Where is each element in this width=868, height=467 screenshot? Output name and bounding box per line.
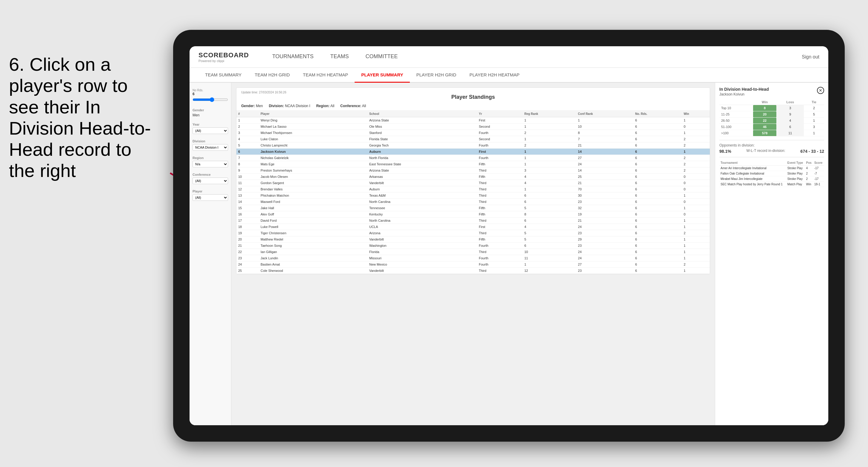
cell-no-rds: 6 xyxy=(633,243,682,249)
cell-player: Maxwell Ford xyxy=(259,199,367,205)
h2h-close-button[interactable]: ✕ xyxy=(817,87,824,94)
sub-tab-team-h2h-heatmap[interactable]: TEAM H2H HEATMAP xyxy=(297,68,354,83)
division-select[interactable]: NCAA Division I xyxy=(192,144,228,151)
h2h-loss: 4 xyxy=(776,118,804,124)
sign-out-button[interactable]: Sign out xyxy=(802,54,819,60)
year-select[interactable]: (All) xyxy=(192,127,228,134)
table-row[interactable]: 24 Bastien Amat New Mexico Fourth 1 27 6… xyxy=(237,261,710,268)
cell-yr: Third xyxy=(477,186,522,192)
table-row[interactable]: 8 Mats Ege East Tennessee State Fifth 1 … xyxy=(237,161,710,167)
tour-pos: Win xyxy=(805,182,813,187)
cell-player: Phichaksn Maichon xyxy=(259,192,367,199)
player-label: Player xyxy=(192,189,228,193)
table-row[interactable]: 1 Wenyi Ding Arizona State First 1 1 6 1 xyxy=(237,117,710,124)
table-row[interactable]: 17 David Ford North Carolina Third 6 21 … xyxy=(237,218,710,224)
sub-tab-team-h2h-grid[interactable]: TEAM H2H GRID xyxy=(248,68,297,83)
cell-no-rds: 6 xyxy=(633,211,682,218)
h2h-title: In Division Head-to-Head xyxy=(719,87,769,92)
cell-no-rds: 6 xyxy=(633,249,682,255)
cell-conf-rank: 21 xyxy=(576,180,633,186)
nav-bar: SCOREBOARD Powered by clippi TOURNAMENTS… xyxy=(190,46,828,68)
cell-player: Michael Thorbjornsen xyxy=(259,130,367,136)
cell-num: 7 xyxy=(237,155,259,161)
nav-tab-tournaments[interactable]: TOURNAMENTS xyxy=(264,46,322,68)
table-row[interactable]: 23 Jack Lundin Missouri Fourth 11 24 6 1 xyxy=(237,255,710,261)
table-row[interactable]: 5 Christo Lamprecht Georgia Tech Fourth … xyxy=(237,142,710,149)
cell-num: 13 xyxy=(237,192,259,199)
table-row[interactable]: 11 Gordon Sargent Vanderbilt Third 4 21 … xyxy=(237,180,710,186)
table-row[interactable]: 22 Ian Gilligan Florida Third 10 24 6 1 xyxy=(237,249,710,255)
nav-tab-teams[interactable]: TEAMS xyxy=(322,46,357,68)
cell-num: 10 xyxy=(237,174,259,180)
col-yr: Yr xyxy=(477,111,522,117)
no-rds-slider[interactable] xyxy=(192,97,228,102)
table-row[interactable]: 18 Luke Powell UCLA First 4 24 6 1 xyxy=(237,224,710,230)
table-row[interactable]: 10 Jacob Mon Olesen Arkansas Fifth 4 25 … xyxy=(237,174,710,180)
table-row[interactable]: 12 Brendan Valles Auburn Third 1 70 6 0 xyxy=(237,186,710,192)
h2h-record: 674 - 33 - 12 xyxy=(801,149,824,154)
cell-yr: Third xyxy=(477,167,522,174)
player-select[interactable]: (All) xyxy=(192,194,228,201)
h2h-range: >100 xyxy=(719,130,753,136)
cell-school: Vanderbilt xyxy=(367,180,477,186)
cell-conf-rank: 14 xyxy=(576,149,633,155)
cell-no-rds: 6 xyxy=(633,186,682,192)
cell-conf-rank: 30 xyxy=(576,192,633,199)
table-row[interactable]: 7 Nicholas Gabrielzik North Florida Four… xyxy=(237,155,710,161)
table-row[interactable]: 2 Michael La Sasso Ole Miss Second 1 10 … xyxy=(237,124,710,130)
cell-conf-rank: 23 xyxy=(576,230,633,236)
sidebar-gender: Gender Men xyxy=(192,108,228,117)
sidebar-division: Division NCAA Division I xyxy=(192,139,228,151)
cell-conf-rank: 27 xyxy=(576,155,633,161)
tour-col-tournament: Tournament xyxy=(719,160,786,166)
nav-tab-committee[interactable]: COMMITTEE xyxy=(357,46,406,68)
table-row[interactable]: 15 Jake Hall Tennessee Fifth 5 32 6 1 xyxy=(237,205,710,211)
cell-reg-rank: 5 xyxy=(523,205,577,211)
cell-yr: Fifth xyxy=(477,205,522,211)
sub-tab-player-summary[interactable]: PLAYER SUMMARY xyxy=(354,68,410,83)
table-row[interactable]: 19 Tiger Christensen Arizona Third 5 23 … xyxy=(237,230,710,236)
cell-no-rds: 6 xyxy=(633,142,682,149)
cell-reg-rank: 4 xyxy=(523,224,577,230)
cell-win: 1 xyxy=(682,236,710,243)
table-row[interactable]: 20 Matthew Riedel Vanderbilt Fifth 5 29 … xyxy=(237,236,710,243)
table-row[interactable]: 9 Preston Summerhays Arizona State Third… xyxy=(237,167,710,174)
table-row[interactable]: 3 Michael Thorbjornsen Stanford Fourth 2… xyxy=(237,130,710,136)
cell-yr: Third xyxy=(477,180,522,186)
sub-tab-player-h2h-heatmap[interactable]: PLAYER H2H HEATMAP xyxy=(463,68,526,83)
standings-container: Update time: 27/03/2024 16:56:26 Player … xyxy=(236,87,710,274)
cell-win: 2 xyxy=(682,142,710,149)
sub-nav: TEAM SUMMARY TEAM H2H GRID TEAM H2H HEAT… xyxy=(190,68,828,83)
table-row[interactable]: 16 Alex Goff Kentucky Fifth 8 19 6 0 xyxy=(237,211,710,218)
cell-conf-rank: 23 xyxy=(576,243,633,249)
cell-num: 3 xyxy=(237,130,259,136)
tour-pos: 2 xyxy=(805,171,813,176)
cell-win: 1 xyxy=(682,268,710,274)
h2h-win: 46 xyxy=(753,124,776,130)
table-row[interactable]: 14 Maxwell Ford North Carolina Third 6 2… xyxy=(237,199,710,205)
table-row[interactable]: 6 Jackson Koivun Auburn First 1 14 6 1 xyxy=(237,149,710,155)
sub-tab-player-h2h-grid[interactable]: PLAYER H2H GRID xyxy=(410,68,463,83)
sub-tab-team-summary[interactable]: TEAM SUMMARY xyxy=(198,68,248,83)
table-row[interactable]: 13 Phichaksn Maichon Texas A&M Third 6 3… xyxy=(237,192,710,199)
conference-select[interactable]: (All) xyxy=(192,178,228,184)
tour-score: 18-1 xyxy=(813,182,824,187)
main-content: No Rds. 6 Gender Men Year (All) Division xyxy=(190,83,828,425)
table-row[interactable]: 21 Taehoon Song Washington Fourth 6 23 6… xyxy=(237,243,710,249)
h2h-range: Top 10 xyxy=(719,105,753,111)
table-row[interactable]: 4 Luke Claton Florida State Second 1 7 6… xyxy=(237,136,710,142)
tour-name: Fallon Oak Collegiate Invitational xyxy=(719,171,786,176)
cell-yr: Fifth xyxy=(477,211,522,218)
region-select[interactable]: N/a xyxy=(192,161,228,167)
table-row[interactable]: 25 Cole Sherwood Vanderbilt Third 12 23 … xyxy=(237,268,710,274)
gender-value: Men xyxy=(192,113,228,117)
cell-yr: First xyxy=(477,224,522,230)
logo-subtitle: Powered by clippi xyxy=(198,59,249,63)
cell-reg-rank: 1 xyxy=(523,124,577,130)
cell-yr: Second xyxy=(477,124,522,130)
cell-yr: Fourth xyxy=(477,142,522,149)
cell-win: 1 xyxy=(682,130,710,136)
cell-reg-rank: 1 xyxy=(523,186,577,192)
cell-player: Jack Lundin xyxy=(259,255,367,261)
cell-reg-rank: 6 xyxy=(523,218,577,224)
